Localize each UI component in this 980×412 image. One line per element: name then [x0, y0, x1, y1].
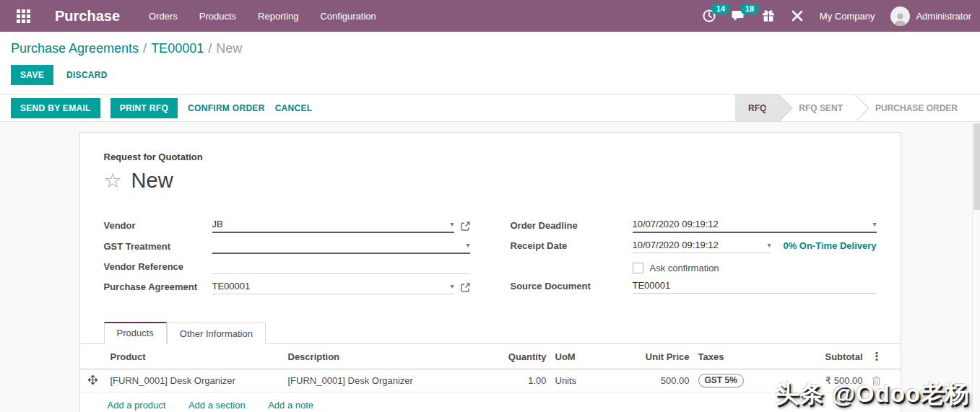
- cell-unit-price[interactable]: 500.00: [607, 369, 694, 393]
- form-sheet: Request for Quotation ☆ New Vendor ▾: [79, 132, 901, 412]
- user-avatar: [890, 6, 910, 26]
- vendor-input[interactable]: [212, 217, 448, 230]
- tax-badge[interactable]: GST 5%: [698, 374, 744, 387]
- company-switcher[interactable]: My Company: [820, 11, 875, 22]
- messages-chat-icon[interactable]: 18: [732, 9, 746, 22]
- order-deadline-input[interactable]: [633, 217, 870, 230]
- breadcrumb-current: New: [216, 41, 242, 56]
- main-menu: Orders Products Reporting Configuration: [149, 11, 376, 22]
- breadcrumb-te00001[interactable]: TE00001: [151, 41, 204, 56]
- ask-confirmation-label: Ask confirmation: [650, 263, 719, 273]
- menu-orders[interactable]: Orders: [149, 11, 178, 22]
- order-deadline-datepicker-caret-icon[interactable]: ▾: [872, 220, 876, 228]
- table-header-row: Product Description Quantity UoM Unit Pr…: [80, 344, 902, 369]
- breadcrumb-separator: /: [208, 41, 212, 56]
- list-footer-links: Add a product Add a section Add a note: [80, 393, 901, 412]
- status-purchase-order[interactable]: PURCHASE ORDER: [856, 95, 971, 121]
- vendor-label: Vendor: [104, 220, 212, 233]
- discard-button[interactable]: DISCARD: [66, 70, 108, 80]
- favorite-star-icon[interactable]: ☆: [104, 171, 122, 191]
- receipt-date-label: Receipt Date: [511, 240, 633, 253]
- cell-product[interactable]: [FURN_0001] Desk Organizer: [106, 369, 284, 393]
- field-vendor-reference: Vendor Reference: [104, 259, 470, 274]
- field-vendor: Vendor ▾: [104, 217, 470, 233]
- user-menu[interactable]: Administrator: [890, 6, 971, 26]
- add-a-note-link[interactable]: Add a note: [268, 400, 313, 411]
- add-a-product-link[interactable]: Add a product: [108, 400, 166, 411]
- col-header-unit-price: Unit Price: [607, 344, 694, 369]
- cell-uom[interactable]: Units: [551, 369, 607, 393]
- control-panel: Purchase Agreements/TE00001/New SAVE DIS…: [0, 32, 980, 94]
- field-purchase-agreement: Purchase Agreement ▾: [104, 279, 470, 294]
- apps-grid-icon[interactable]: [9, 0, 38, 32]
- field-receipt-date: Receipt Date ▾ 0% On-Time Delivery: [511, 238, 877, 253]
- ask-confirmation-checkbox[interactable]: [633, 263, 643, 273]
- add-a-section-link[interactable]: Add a section: [188, 400, 246, 411]
- receipt-date-datepicker-caret-icon[interactable]: ▾: [767, 241, 771, 249]
- col-header-quantity: Quantity: [493, 344, 551, 369]
- col-header-uom: UoM: [551, 344, 607, 369]
- tab-other-information[interactable]: Other Information: [167, 323, 266, 344]
- vendor-external-link-icon[interactable]: [461, 222, 470, 231]
- col-header-taxes: Taxes: [694, 344, 772, 369]
- app-name[interactable]: Purchase: [55, 8, 120, 25]
- field-ask-confirmation: Ask confirmation: [511, 258, 877, 273]
- send-by-email-button[interactable]: SEND BY EMAIL: [11, 98, 100, 118]
- field-gst-treatment: GST Treatment ▾: [104, 238, 470, 254]
- col-header-product: Product: [106, 344, 284, 369]
- cell-taxes[interactable]: GST 5%: [694, 369, 772, 393]
- on-time-delivery-stat[interactable]: 0% On-Time Delivery: [783, 240, 876, 253]
- gst-treatment-input[interactable]: [212, 238, 464, 251]
- delete-line-trash-icon[interactable]: [872, 376, 881, 386]
- purchase-agreement-dropdown-caret-icon[interactable]: ▾: [450, 282, 454, 290]
- purchase-agreement-external-link-icon[interactable]: [461, 283, 470, 292]
- receipt-date-input[interactable]: [633, 238, 765, 251]
- field-source-document: Source Document: [511, 279, 877, 294]
- form-view: Request for Quotation ☆ New Vendor ▾: [0, 122, 980, 412]
- vendor-dropdown-caret-icon[interactable]: ▾: [450, 220, 454, 228]
- vendor-reference-input[interactable]: [212, 259, 470, 272]
- optional-columns-icon[interactable]: ⋮: [867, 344, 902, 369]
- messages-count-badge: 18: [740, 4, 759, 14]
- menu-configuration[interactable]: Configuration: [320, 11, 376, 22]
- field-grid: Vendor ▾ GST Treatment: [104, 217, 877, 299]
- activities-count-badge: 14: [711, 4, 730, 14]
- record-title: New: [131, 169, 173, 193]
- form-action-bar: SEND BY EMAIL PRINT RFQ CONFIRM ORDER CA…: [0, 94, 980, 122]
- menu-reporting[interactable]: Reporting: [258, 11, 298, 22]
- menu-products[interactable]: Products: [199, 11, 236, 22]
- print-rfq-button[interactable]: PRINT RFQ: [110, 98, 178, 118]
- breadcrumb-purchase-agreements[interactable]: Purchase Agreements: [11, 41, 139, 56]
- vertical-scrollbar[interactable]: [972, 122, 980, 412]
- top-navbar: Purchase Orders Products Reporting Confi…: [0, 0, 980, 32]
- order-line-row[interactable]: [FURN_0001] Desk Organizer [FURN_0001] D…: [80, 369, 902, 393]
- gift-icon[interactable]: [762, 9, 775, 22]
- drag-handle-icon[interactable]: [80, 369, 106, 393]
- cancel-button[interactable]: CANCEL: [275, 103, 313, 113]
- field-order-deadline: Order Deadline ▾: [511, 217, 877, 233]
- cell-description[interactable]: [FURN_0001] Desk Organizer: [284, 369, 493, 393]
- scrollbar-thumb[interactable]: [974, 123, 980, 210]
- form-subtitle: Request for Quotation: [104, 152, 877, 162]
- cell-subtotal: ₹ 500.00: [772, 369, 867, 393]
- purchase-agreement-input[interactable]: [212, 279, 448, 292]
- save-button[interactable]: SAVE: [11, 65, 53, 85]
- order-lines-list: Product Description Quantity UoM Unit Pr…: [80, 344, 901, 412]
- support-tools-icon[interactable]: [791, 9, 804, 22]
- activities-clock-icon[interactable]: 14: [703, 9, 716, 22]
- user-name: Administrator: [916, 11, 971, 22]
- gst-treatment-label: GST Treatment: [104, 241, 212, 254]
- cell-quantity[interactable]: 1.00: [493, 369, 551, 393]
- statusbar: RFQ RFQ SENT PURCHASE ORDER: [735, 95, 971, 121]
- vendor-reference-label: Vendor Reference: [104, 261, 212, 274]
- confirm-order-button[interactable]: CONFIRM ORDER: [188, 103, 265, 113]
- gst-treatment-dropdown-caret-icon[interactable]: ▾: [466, 241, 469, 249]
- notebook-tabs: Products Other Information: [80, 322, 901, 344]
- purchase-agreement-label: Purchase Agreement: [104, 281, 212, 294]
- col-header-description: Description: [284, 344, 493, 369]
- status-rfq[interactable]: RFQ: [735, 95, 779, 121]
- source-document-input[interactable]: [633, 279, 877, 292]
- tab-products[interactable]: Products: [104, 322, 167, 344]
- breadcrumb-separator: /: [143, 41, 147, 56]
- order-deadline-label: Order Deadline: [511, 220, 633, 233]
